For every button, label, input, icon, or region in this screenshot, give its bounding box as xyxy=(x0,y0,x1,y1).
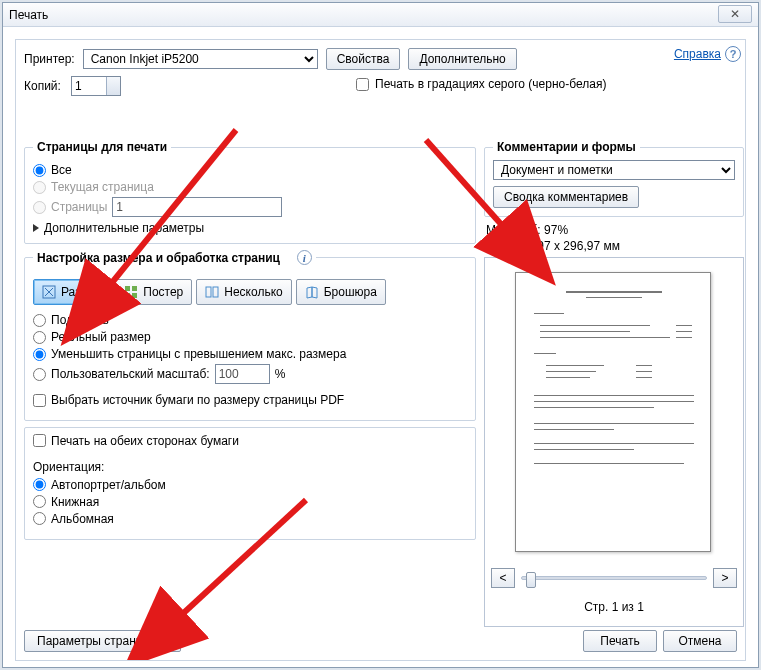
sizing-legend: Настройка размера и обработка страниц i xyxy=(33,250,316,265)
tab-booklet[interactable]: Брошюра xyxy=(296,279,386,305)
copies-input[interactable] xyxy=(71,76,121,96)
pages-range-label: Страницы xyxy=(51,200,107,214)
paper-source-label: Выбрать источник бумаги по размеру стран… xyxy=(51,393,344,407)
pages-current-label: Текущая страница xyxy=(51,180,154,194)
grayscale-checkbox[interactable] xyxy=(356,78,369,91)
orient-landscape-radio[interactable] xyxy=(33,512,46,525)
actual-radio[interactable] xyxy=(33,331,46,344)
comments-legend: Комментарии и формы xyxy=(493,140,640,154)
pages-legend: Страницы для печати xyxy=(33,140,171,154)
grayscale-label: Печать в градациях серого (черно-белая) xyxy=(375,77,606,91)
pages-current-radio xyxy=(33,181,46,194)
chevron-left-icon: < xyxy=(499,571,506,585)
tab-multi[interactable]: Несколько xyxy=(196,279,291,305)
properties-button[interactable]: Свойства xyxy=(326,48,401,70)
help-icon[interactable]: ? xyxy=(725,46,741,62)
pages-all-label: Все xyxy=(51,163,72,177)
fit-label: Подогнать xyxy=(51,313,109,327)
advanced-button[interactable]: Дополнительно xyxy=(408,48,516,70)
scale-value: 97% xyxy=(544,223,568,237)
comments-summary-button[interactable]: Сводка комментариев xyxy=(493,186,639,208)
multi-icon xyxy=(205,285,219,299)
orient-portrait-label: Книжная xyxy=(51,495,99,509)
preview-prev-button[interactable]: < xyxy=(491,568,515,588)
paper-size: 209,97 x 296,97 мм xyxy=(514,239,742,253)
orient-auto-label: Автопортрет/альбом xyxy=(51,478,166,492)
more-options-label: Дополнительные параметры xyxy=(44,221,204,235)
both-sides-checkbox[interactable] xyxy=(33,434,46,447)
duplex-group: Печать на обеих сторонах бумаги Ориентац… xyxy=(24,427,476,540)
triangle-right-icon xyxy=(33,224,39,232)
svg-rect-6 xyxy=(213,287,218,297)
sizing-group: Настройка размера и обработка страниц i … xyxy=(24,250,476,421)
both-sides-label: Печать на обеих сторонах бумаги xyxy=(51,434,239,448)
svg-rect-5 xyxy=(206,287,211,297)
printer-label: Принтер: xyxy=(24,52,75,66)
chevron-right-icon: > xyxy=(721,571,728,585)
printer-select[interactable]: Canon Inkjet iP5200 xyxy=(83,49,318,69)
svg-rect-2 xyxy=(132,286,137,291)
print-dialog: Печать ✕ Принтер: Canon Inkjet iP5200 Св… xyxy=(2,2,759,668)
preview-next-button[interactable]: > xyxy=(713,568,737,588)
preview-slider[interactable] xyxy=(521,576,707,580)
cancel-button[interactable]: Отмена xyxy=(663,630,737,652)
svg-rect-3 xyxy=(125,293,130,298)
window-title: Печать xyxy=(9,8,48,22)
svg-rect-1 xyxy=(125,286,130,291)
titlebar: Печать ✕ xyxy=(3,3,758,27)
fit-radio[interactable] xyxy=(33,314,46,327)
close-button[interactable]: ✕ xyxy=(718,5,752,23)
custom-scale-radio[interactable] xyxy=(33,368,46,381)
custom-scale-input xyxy=(215,364,270,384)
svg-rect-4 xyxy=(132,293,137,298)
pages-group: Страницы для печати Все Текущая страница… xyxy=(24,140,476,244)
size-icon xyxy=(42,285,56,299)
pages-range-radio xyxy=(33,201,46,214)
page-count: Стр. 1 из 1 xyxy=(485,600,743,614)
close-icon: ✕ xyxy=(730,7,740,21)
tab-size[interactable]: Размер xyxy=(33,279,111,305)
print-preview: < > Стр. 1 из 1 xyxy=(484,257,744,627)
orient-portrait-radio[interactable] xyxy=(33,495,46,508)
scale-label: Масштаб: xyxy=(486,223,541,237)
pages-all-radio[interactable] xyxy=(33,164,46,177)
copies-label: Копий: xyxy=(24,79,61,93)
more-options-expander[interactable]: Дополнительные параметры xyxy=(33,221,467,235)
orientation-label: Ориентация: xyxy=(33,460,467,474)
page-setup-button[interactable]: Параметры страницы... xyxy=(24,630,181,652)
custom-scale-unit: % xyxy=(275,367,286,381)
actual-label: Реальный размер xyxy=(51,330,151,344)
preview-page xyxy=(515,272,711,552)
shrink-radio[interactable] xyxy=(33,348,46,361)
pages-range-input xyxy=(112,197,282,217)
booklet-icon xyxy=(305,285,319,299)
orient-auto-radio[interactable] xyxy=(33,478,46,491)
paper-source-checkbox[interactable] xyxy=(33,394,46,407)
print-button[interactable]: Печать xyxy=(583,630,657,652)
poster-icon xyxy=(124,285,138,299)
comments-select[interactable]: Документ и пометки xyxy=(493,160,735,180)
shrink-label: Уменьшить страницы с превышением макс. р… xyxy=(51,347,346,361)
help-link[interactable]: Справка xyxy=(674,47,721,61)
tab-poster[interactable]: Постер xyxy=(115,279,192,305)
custom-scale-label: Пользовательский масштаб: xyxy=(51,367,210,381)
comments-group: Комментарии и формы Документ и пометки С… xyxy=(484,140,744,217)
info-icon[interactable]: i xyxy=(297,250,312,265)
orient-landscape-label: Альбомная xyxy=(51,512,114,526)
